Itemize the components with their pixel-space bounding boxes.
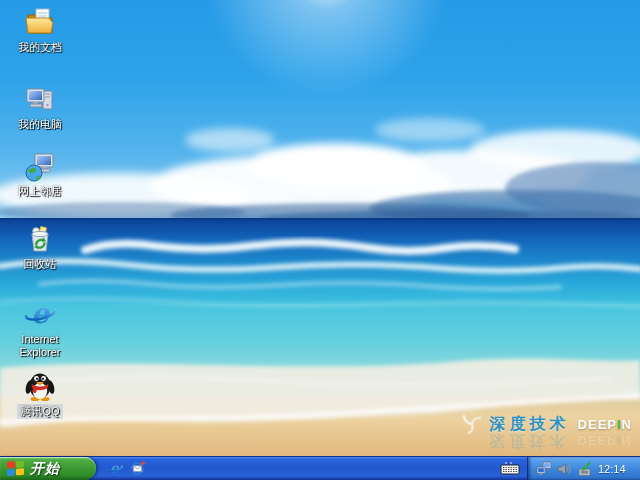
desktop-icon-network-places[interactable]: 网上邻居 [2, 149, 78, 198]
safely-remove-hardware-icon[interactable] [575, 460, 592, 477]
desktop-icon-label: 我的电脑 [16, 118, 64, 131]
wallpaper-wave-foam [0, 226, 640, 318]
svg-text:e: e [31, 297, 51, 330]
network-status-icon[interactable] [535, 460, 552, 477]
windows-logo-icon [6, 460, 25, 477]
quick-launch: e [106, 460, 146, 477]
system-tray: 12:14 [527, 457, 640, 480]
taskbar: 开始 e [0, 456, 640, 480]
wallpaper-clouds [0, 60, 640, 230]
desktop-icon-my-documents[interactable]: 我的文档 [2, 5, 78, 54]
deepin-brand-reflection: 深度技术 DEEPIN [490, 430, 632, 451]
deepin-logo-icon [461, 413, 483, 435]
desktop-icon-label: Internet Explorer [2, 333, 78, 359]
my-documents-icon [23, 5, 57, 39]
desktop-icon-label: 网上邻居 [16, 185, 64, 198]
desktop: 深度技术 DEEPIN 深度技术 DEEPIN 我的文档 [0, 0, 640, 480]
internet-explorer-quicklaunch-icon[interactable]: e [106, 460, 123, 477]
desktop-icon-label: 腾讯QQ [17, 404, 62, 419]
deepin-watermark: 深度技术 DEEPIN 深度技术 DEEPIN [461, 413, 632, 435]
desktop-icon-tencent-qq[interactable]: 腾讯QQ [2, 368, 78, 419]
tray-clock[interactable]: 12:14 [598, 463, 626, 475]
keyboard-input-icon[interactable] [497, 459, 523, 479]
volume-icon[interactable] [555, 460, 572, 477]
internet-explorer-icon: e [23, 297, 57, 331]
start-label: 开始 [30, 460, 60, 478]
network-places-icon [23, 149, 57, 183]
recycle-bin-icon [23, 222, 57, 256]
start-button[interactable]: 开始 [0, 457, 96, 480]
desktop-icon-label: 我的文档 [16, 41, 64, 54]
my-computer-icon [23, 82, 57, 116]
wallpaper: 深度技术 DEEPIN 深度技术 DEEPIN [0, 0, 640, 457]
tencent-qq-icon [23, 368, 57, 402]
desktop-icon-label: 回收站 [22, 258, 59, 271]
svg-text:e: e [110, 460, 120, 476]
desktop-icon-recycle-bin[interactable]: 回收站 [2, 222, 78, 271]
outlook-express-quicklaunch-icon[interactable] [129, 460, 146, 477]
desktop-icon-internet-explorer[interactable]: e Internet Explorer [2, 297, 78, 359]
desktop-icon-my-computer[interactable]: 我的电脑 [2, 82, 78, 131]
